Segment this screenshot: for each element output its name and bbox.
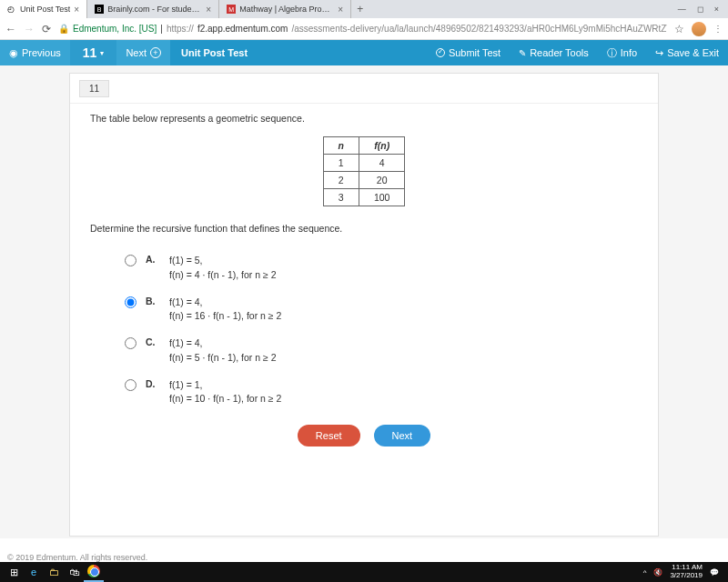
chevron-down-icon: ▾ [100, 49, 104, 57]
option-text: f(1) = 4, f(n) = 5 · f(n - 1), for n ≥ 2 [169, 336, 277, 366]
browser-tab-strip: ◴ Unit Post Test × B Brainly.com - For s… [0, 0, 728, 18]
cell-n: 3 [323, 189, 359, 206]
forward-button[interactable]: → [24, 23, 35, 35]
radio-d[interactable] [125, 379, 136, 391]
system-tray: ^ 🔇 11:11 AM 3/27/2019 💬 [643, 564, 724, 580]
cell-fn: 20 [359, 172, 405, 189]
cell-fn: 4 [359, 155, 405, 172]
cell-n: 2 [323, 172, 359, 189]
button-row: Reset Next [90, 425, 638, 447]
chrome-icon[interactable] [84, 562, 104, 582]
previous-label: Previous [22, 47, 61, 58]
edge-icon[interactable]: e [24, 562, 44, 582]
question-card: 11 The table below represents a geometri… [69, 73, 659, 537]
option-line1: f(1) = 4, [169, 336, 277, 351]
radio-a[interactable] [125, 255, 136, 266]
option-c[interactable]: C. f(1) = 4, f(n) = 5 · f(n - 1), for n … [125, 336, 638, 366]
toolbar-actions: ☆ ⋮ [674, 22, 723, 36]
start-button[interactable]: ⊞ [4, 562, 24, 582]
header-n: n [323, 137, 359, 155]
tab-title: Unit Post Test [20, 5, 70, 14]
header-fn: f(n) [359, 137, 405, 155]
browser-tab-1[interactable]: B Brainly.com - For students. By stu × [87, 0, 219, 18]
back-button[interactable]: ← [5, 23, 16, 35]
reset-button[interactable]: Reset [298, 425, 360, 447]
url-org: Edmentum, Inc. [US] [73, 24, 157, 34]
option-b[interactable]: B. f(1) = 4, f(n) = 16 · f(n - 1), for n… [125, 296, 638, 325]
next-button[interactable]: Next [374, 425, 431, 447]
address-bar[interactable]: 🔒 Edmentum, Inc. [US] | https://f2.app.e… [58, 24, 667, 34]
url-path: /assessments-delivery/ua/la/launch/48969… [291, 24, 667, 34]
next-page-button[interactable]: Next + [116, 40, 170, 65]
profile-avatar[interactable] [692, 22, 706, 36]
windows-taskbar: ⊞ e 🗀 🛍 ^ 🔇 11:11 AM 3/27/2019 💬 [0, 562, 728, 582]
option-line1: f(1) = 5, [169, 254, 277, 268]
close-icon[interactable]: × [338, 5, 343, 15]
option-letter: B. [146, 296, 160, 306]
question-number-badge: 11 [79, 80, 109, 97]
browser-tab-0[interactable]: ◴ Unit Post Test × [0, 0, 87, 18]
new-tab-button[interactable]: + [351, 3, 369, 15]
previous-button[interactable]: ◉ Previous [0, 40, 70, 65]
bookmark-icon[interactable]: ☆ [674, 23, 684, 35]
favicon: B [95, 5, 104, 14]
maximize-button[interactable]: ◻ [697, 5, 703, 14]
page-indicator[interactable]: 11 ▾ [70, 40, 117, 65]
question-prompt-2: Determine the recursive function that de… [90, 223, 638, 234]
submit-test-button[interactable]: Submit Test [427, 40, 510, 65]
table-header-row: n f(n) [323, 137, 405, 155]
date: 3/27/2019 [670, 572, 703, 580]
workspace: 11 The table below represents a geometri… [0, 65, 728, 538]
page-number: 11 [83, 45, 97, 60]
submit-label: Submit Test [449, 47, 500, 58]
answer-options: A. f(1) = 5, f(n) = 4 · f(n - 1), for n … [90, 246, 638, 406]
check-icon [436, 48, 445, 57]
cell-fn: 100 [359, 189, 405, 206]
browser-toolbar: ← → ⟳ 🔒 Edmentum, Inc. [US] | https://f2… [0, 18, 728, 40]
lock-icon: 🔒 [58, 24, 69, 34]
tab-title: Brainly.com - For students. By stu [107, 5, 202, 14]
info-label: Info [621, 47, 637, 58]
volume-icon[interactable]: 🔇 [653, 568, 662, 577]
clock[interactable]: 11:11 AM 3/27/2019 [670, 564, 703, 580]
radio-b[interactable] [125, 296, 136, 308]
menu-icon[interactable]: ⋮ [713, 24, 723, 34]
store-icon[interactable]: 🛍 [64, 562, 84, 582]
window-controls: — ◻ × [669, 5, 728, 14]
radio-c[interactable] [125, 337, 136, 349]
url-prefix: https:// [167, 24, 194, 34]
app-header: ◉ Previous 11 ▾ Next + Unit Post Test Su… [0, 40, 728, 65]
option-line1: f(1) = 1, [169, 378, 281, 393]
close-icon[interactable]: × [74, 5, 79, 15]
question-prompt-1: The table below represents a geometric s… [90, 113, 638, 124]
table-row: 3 100 [323, 189, 405, 206]
browser-tab-2[interactable]: M Mathway | Algebra Problem Solv × [219, 0, 351, 18]
tray-chevron-icon[interactable]: ^ [643, 568, 647, 577]
reload-button[interactable]: ⟳ [42, 23, 51, 35]
pencil-icon [519, 47, 526, 58]
favicon: M [227, 5, 236, 14]
option-line1: f(1) = 4, [169, 296, 281, 310]
option-letter: D. [146, 378, 160, 389]
close-window-button[interactable]: × [714, 5, 719, 14]
copyright-footer: © 2019 Edmentum. All rights reserved. [7, 553, 147, 562]
file-explorer-icon[interactable]: 🗀 [44, 562, 64, 582]
notifications-icon[interactable]: 💬 [710, 568, 719, 577]
info-button[interactable]: Info [598, 40, 646, 65]
option-line2: f(n) = 5 · f(n - 1), for n ≥ 2 [169, 351, 277, 366]
url-host: f2.app.edmentum.com [197, 24, 288, 34]
close-icon[interactable]: × [206, 5, 211, 15]
option-text: f(1) = 5, f(n) = 4 · f(n - 1), for n ≥ 2 [169, 254, 277, 283]
page-title: Unit Post Test [170, 47, 248, 58]
reader-label: Reader Tools [530, 47, 589, 58]
option-letter: C. [146, 336, 160, 347]
option-d[interactable]: D. f(1) = 1, f(n) = 10 · f(n - 1), for n… [125, 378, 638, 407]
minimize-button[interactable]: — [678, 5, 686, 14]
reader-tools-button[interactable]: Reader Tools [510, 40, 598, 65]
plus-icon: + [150, 47, 161, 58]
save-exit-button[interactable]: Save & Exit [646, 40, 728, 65]
option-line2: f(n) = 10 · f(n - 1), for n ≥ 2 [169, 392, 281, 406]
option-a[interactable]: A. f(1) = 5, f(n) = 4 · f(n - 1), for n … [125, 254, 638, 283]
option-letter: A. [146, 254, 160, 265]
next-label: Next [126, 47, 147, 58]
